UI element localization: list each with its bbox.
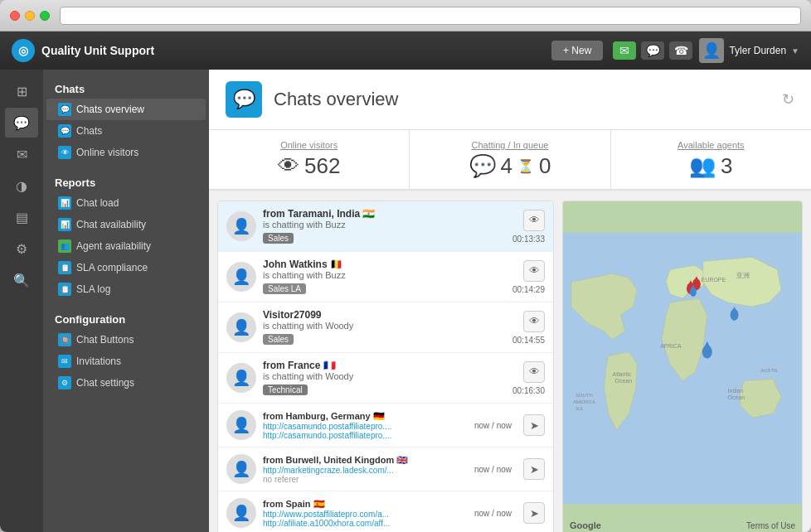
chat-count-icon: 💬	[469, 153, 496, 179]
maximize-button[interactable]	[40, 11, 50, 21]
stat-chatting-label[interactable]: Chatting / In queue	[426, 140, 593, 150]
page-title: Chats overview	[274, 89, 398, 110]
stat-online-visitors-label[interactable]: Online visitors	[226, 140, 392, 150]
nav-icon-chat-availability: 📊	[58, 218, 71, 231]
view-button-2[interactable]: 👁	[523, 311, 545, 332]
chat-avatar-3: 👤	[226, 363, 256, 393]
app-logo: ◎ Quality Unit Support	[12, 39, 154, 62]
visitor-item-1[interactable]: 👤 from Burwell, United Kingdom 🇬🇧 http:/…	[218, 447, 553, 491]
url-bar[interactable]	[60, 7, 801, 25]
sidebar-icon-reports[interactable]: ▤	[5, 202, 38, 232]
sidebar-item-sla-log[interactable]: 📋 SLA log	[46, 278, 206, 300]
nav-section-reports-title: Reports	[43, 172, 209, 192]
chat-name-2: Visitor27099	[263, 309, 506, 321]
svg-text:SOUTH: SOUTH	[575, 393, 593, 398]
user-menu-caret[interactable]: ▼	[791, 46, 799, 56]
chat-info-1: John Watkins 🇧🇪 is chatting with Buzz Sa…	[263, 259, 506, 295]
nav-label-online-visitors: Online visitors	[76, 147, 138, 158]
invite-button-0[interactable]: ➤	[523, 414, 545, 436]
sidebar-icon-grid[interactable]: ⊞	[5, 76, 38, 106]
chat-time-0: 00:13:33	[512, 235, 545, 244]
nav-icon-online-visitors: 👁	[58, 146, 71, 159]
view-button-0[interactable]: 👁	[523, 210, 545, 231]
sidebar-item-chats-overview[interactable]: 💬 Chats overview	[46, 99, 206, 120]
svg-text:EUROPE: EUROPE	[702, 277, 726, 283]
user-name: Tyler Durden	[729, 45, 786, 56]
svg-text:Ocean: Ocean	[615, 378, 633, 384]
stats-bar: Online visitors 👁 562 Chatting / In queu…	[209, 130, 811, 191]
chat-name-1: John Watkins 🇧🇪	[263, 259, 506, 270]
chat-info-0: from Taramani, India 🇮🇳 is chatting with…	[263, 208, 506, 244]
sidebar-item-agent-availability[interactable]: 👥 Agent availability	[46, 235, 206, 257]
close-button[interactable]	[10, 11, 20, 21]
sidebar-item-sla-compliance[interactable]: 📋 SLA compliance	[46, 257, 206, 278]
invite-button-2[interactable]: ➤	[523, 502, 545, 524]
app-name: Quality Unit Support	[41, 44, 154, 57]
chat-avatar-0: 👤	[226, 211, 256, 241]
chat-info-3: from France 🇫🇷 is chatting with Woody Te…	[263, 360, 506, 396]
svg-text:SUL: SUL	[575, 407, 584, 411]
nav-icon-chat-buttons: 🔘	[58, 333, 71, 346]
chat-tag-1: Sales LA	[263, 283, 306, 294]
visitor-item-0[interactable]: 👤 from Hamburg, Germany 🇩🇪 http://casamu…	[218, 404, 553, 447]
sidebar-icon-search[interactable]: 🔍	[5, 265, 38, 295]
phone-button[interactable]: ☎	[669, 41, 692, 60]
visitor-info-1: from Burwell, United Kingdom 🇬🇧 http://m…	[263, 455, 468, 484]
nav-section-config-title: Configuration	[43, 308, 209, 329]
page-header: 💬 Chats overview ↻	[209, 70, 811, 130]
world-map: 亚洲 EUROPE AFRICA SOUTH AMERICA SUL Atlan…	[563, 201, 802, 532]
main-area: ⊞ 💬 ✉ ◑ ▤ ⚙ 🔍 Chats 💬 Chats overview 💬 C…	[0, 70, 811, 532]
sidebar-item-chat-settings[interactable]: ⚙ Chat settings	[46, 372, 206, 394]
chat-item-3[interactable]: 👤 from France 🇫🇷 is chatting with Woody …	[218, 353, 553, 404]
sidebar-item-invitations[interactable]: ✉ Invitations	[46, 351, 206, 372]
chat-button[interactable]: 💬	[641, 41, 664, 60]
sidebar-icon-analytics[interactable]: ◑	[5, 171, 38, 201]
sidebar-item-chat-buttons[interactable]: 🔘 Chat Buttons	[46, 329, 206, 351]
visitor-avatar-0: 👤	[226, 410, 256, 440]
sidebar-item-chats[interactable]: 💬 Chats	[46, 120, 206, 142]
svg-text:Atlantic: Atlantic	[613, 371, 632, 377]
view-button-1[interactable]: 👁	[523, 260, 545, 282]
stat-chatting-value: 💬 4 ⏳ 0	[426, 153, 593, 179]
nav-label-agent-availability: Agent availability	[76, 240, 151, 252]
eye-icon: 👁	[278, 153, 299, 179]
nav-icon-chat-settings: ⚙	[58, 376, 71, 389]
chat-tag-3: Technical	[263, 384, 308, 395]
sidebar-item-online-visitors[interactable]: 👁 Online visitors	[46, 142, 206, 163]
user-avatar: 👤	[699, 38, 724, 63]
chat-sub-3: is chatting with Woody	[263, 371, 506, 381]
map-panel: 亚洲 EUROPE AFRICA SOUTH AMERICA SUL Atlan…	[562, 201, 803, 532]
chat-item-1[interactable]: 👤 John Watkins 🇧🇪 is chatting with Buzz …	[218, 252, 553, 302]
user-area: 👤 Tyler Durden ▼	[699, 38, 799, 63]
visitor-flag-2: 🇪🇸	[313, 499, 325, 509]
sidebar-icon-settings[interactable]: ⚙	[5, 234, 38, 264]
chat-item-0[interactable]: 👤 from Taramani, India 🇮🇳 is chatting wi…	[218, 201, 553, 252]
refresh-button[interactable]: ↻	[782, 90, 794, 109]
invite-button-1[interactable]: ➤	[523, 458, 545, 480]
stat-available-agents: Available agents 👥 3	[611, 130, 811, 189]
sidebar-item-chat-load[interactable]: 📊 Chat load	[46, 192, 206, 214]
visitor-time-0: now / now	[474, 421, 512, 430]
minimize-button[interactable]	[25, 11, 35, 21]
chat-time-1: 00:14:29	[512, 285, 545, 294]
visitor-flag-0: 🇩🇪	[373, 411, 385, 421]
new-button[interactable]: + New	[551, 41, 603, 60]
view-button-3[interactable]: 👁	[523, 361, 545, 383]
visitor-time-1: now / now	[474, 465, 512, 474]
chat-item-2[interactable]: 👤 Visitor27099 is chatting with Woody Sa…	[218, 302, 553, 353]
sidebar-icon-mail[interactable]: ✉	[5, 139, 38, 169]
visitor-info-2: from Spain 🇪🇸 http://www.postaffiliatepr…	[263, 499, 468, 528]
nav-icon-chats: 💬	[58, 124, 71, 138]
chat-info-2: Visitor27099 is chatting with Woody Sale…	[263, 309, 506, 346]
topbar-icons: ✉ 💬 ☎	[613, 41, 692, 60]
email-button[interactable]: ✉	[613, 41, 636, 60]
topbar: ◎ Quality Unit Support + New ✉ 💬 ☎ 👤 Tyl…	[0, 31, 811, 70]
nav-label-chat-settings: Chat settings	[76, 377, 134, 389]
chat-time-2: 00:14:55	[512, 336, 545, 345]
visitor-item-2[interactable]: 👤 from Spain 🇪🇸 http://www.postaffiliate…	[218, 491, 553, 532]
nav-icon-agent-availability: 👥	[58, 239, 71, 253]
visitor-flag-1: 🇬🇧	[396, 455, 408, 465]
sidebar-icon-chat[interactable]: 💬	[5, 108, 38, 138]
google-label: Google	[570, 520, 601, 530]
sidebar-item-chat-availability[interactable]: 📊 Chat availability	[46, 214, 206, 235]
